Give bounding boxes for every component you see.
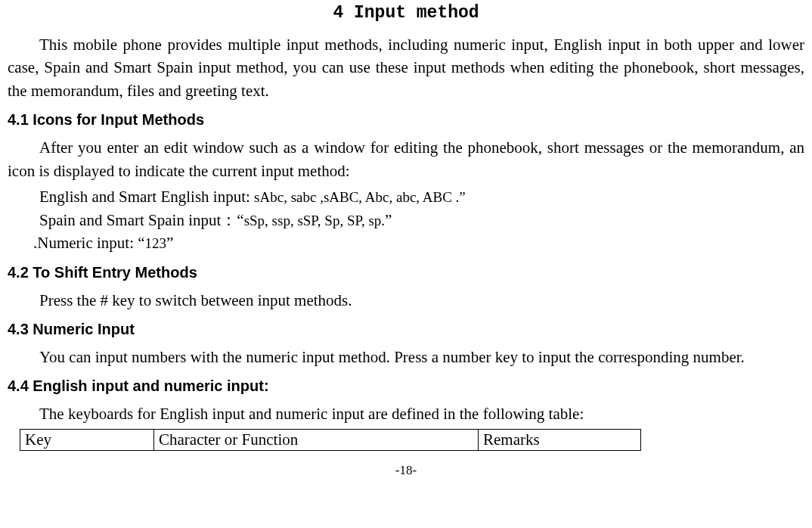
line-prefix: English and Smart English input: <box>39 188 254 206</box>
line-values: sAbc, sabc ,sABC, Abc, abc, ABC .” <box>254 189 466 205</box>
section-4-1-line-english: English and Smart English input: sAbc, s… <box>8 185 804 208</box>
line-prefix: Spain and Smart Spain input：“ <box>39 211 244 229</box>
keyboard-table: Key Character or Function Remarks <box>20 429 641 451</box>
line-prefix: .Numeric input: “ <box>33 234 145 252</box>
section-4-1-para: After you enter an edit window such as a… <box>8 136 804 182</box>
table-header-remarks: Remarks <box>479 429 641 450</box>
section-4-4-para: The keyboards for English input and nume… <box>8 402 804 425</box>
section-4-2-para: Press the # key to switch between input … <box>8 289 804 312</box>
page-number: -18- <box>8 463 804 478</box>
intro-paragraph: This mobile phone provides multiple inpu… <box>8 33 804 102</box>
line-values: 123 <box>145 235 167 251</box>
section-4-1-line-numeric: .Numeric input: “123” <box>8 231 804 254</box>
section-4-3-heading: 4.3 Numeric Input <box>8 321 804 338</box>
section-4-1-line-spain: Spain and Smart Spain input：“sSp, ssp, s… <box>8 209 804 231</box>
table-header-row: Key Character or Function Remarks <box>20 429 641 450</box>
section-4-4-heading: 4.4 English input and numeric input: <box>8 377 804 395</box>
section-4-1-heading: 4.1 Icons for Input Methods <box>8 111 804 129</box>
table-header-char: Character or Function <box>154 429 479 450</box>
section-4-3-para: You can input numbers with the numeric i… <box>8 346 804 368</box>
section-4-2-heading: 4.2 To Shift Entry Methods <box>8 264 804 281</box>
line-suffix: ” <box>166 234 173 252</box>
chapter-title: 4 Input method <box>8 3 804 23</box>
table-header-key: Key <box>20 429 154 450</box>
line-values: sSp, ssp, sSP, Sp, SP, sp. <box>244 213 385 228</box>
line-suffix: ” <box>385 211 392 229</box>
page-container: 4 Input method This mobile phone provide… <box>0 0 812 486</box>
